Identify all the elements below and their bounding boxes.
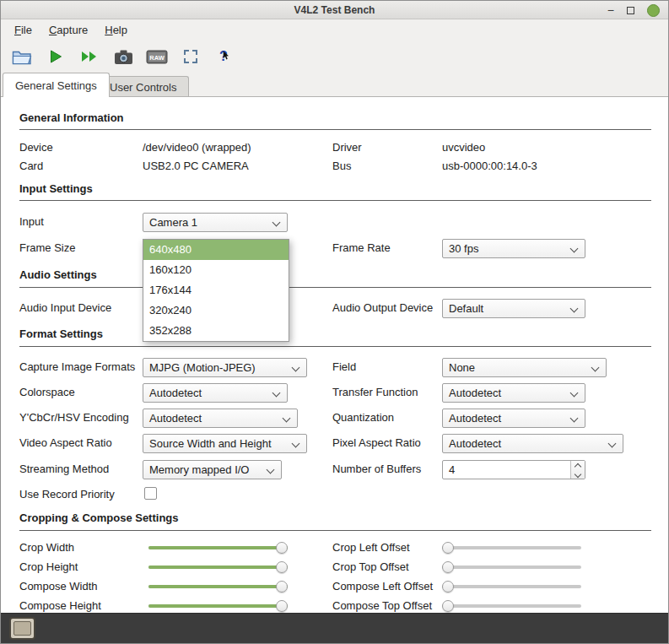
spinbox-buttons: [570, 461, 585, 479]
slider-knob[interactable]: [442, 581, 454, 593]
tabbar: General Settings User Controls: [1, 73, 668, 97]
close-button[interactable]: [647, 4, 660, 17]
compose-width-slider[interactable]: [148, 580, 288, 593]
slider-knob[interactable]: [276, 600, 288, 612]
card-label: Card: [19, 160, 43, 173]
crop-left-offset-slider[interactable]: [442, 541, 581, 555]
dropdown-option-176x144[interactable]: 176x144: [143, 280, 289, 300]
menu-capture[interactable]: Capture: [42, 21, 94, 39]
slider-knob[interactable]: [276, 542, 288, 554]
whats-this-button[interactable]: ?: [210, 43, 239, 70]
app-window: V4L2 Test Bench − File Capture Help: [0, 0, 669, 644]
pixel-aspect-ratio-label: Pixel Aspect Ratio: [332, 436, 421, 450]
slider-track: [148, 546, 288, 549]
pixel-aspect-ratio-combobox[interactable]: Autodetect: [442, 434, 623, 453]
audio-input-device-label: Audio Input Device: [19, 301, 111, 315]
dropdown-option-320x240[interactable]: 320x240: [143, 300, 289, 321]
frame-rate-combobox-value: 30 fps: [449, 242, 478, 255]
restore-button[interactable]: [627, 7, 634, 14]
app-taskbar-icon[interactable]: [9, 617, 35, 640]
video-aspect-ratio-combobox[interactable]: Source Width and Height: [143, 434, 307, 453]
start-capture-button[interactable]: [41, 43, 70, 70]
bus-value: usb-0000:00:14.0-3: [442, 160, 537, 173]
step-play-icon: [80, 49, 99, 64]
capture-image-formats-label: Capture Image Formats: [19, 360, 135, 374]
compose-height-label: Compose Height: [19, 599, 101, 613]
step-capture-button[interactable]: [75, 43, 104, 70]
dropdown-option-640x480[interactable]: 640x480: [143, 240, 289, 260]
compose-height-slider[interactable]: [148, 599, 288, 613]
save-raw-button[interactable]: RAW: [143, 43, 171, 70]
menu-file[interactable]: File: [8, 21, 39, 39]
driver-label: Driver: [332, 141, 362, 154]
colorspace-combobox[interactable]: Autodetect: [143, 383, 288, 403]
capture-image-formats-combobox[interactable]: MJPG (Motion-JPEG): [143, 358, 307, 377]
minimize-button[interactable]: −: [607, 2, 614, 19]
transfer-function-combobox[interactable]: Autodetect: [442, 383, 585, 403]
input-combobox-value: Camera 1: [149, 216, 197, 229]
driver-value: uvcvideo: [442, 141, 485, 154]
slider-knob[interactable]: [276, 581, 288, 593]
general-settings-panel: General Information Device /dev/video0 (…: [1, 97, 668, 614]
compose-left-offset-slider[interactable]: [442, 580, 581, 593]
input-label: Input: [19, 215, 44, 229]
ycbcr-encoding-combobox[interactable]: Autodetect: [143, 409, 298, 428]
spin-down-icon[interactable]: [571, 470, 585, 479]
frame-rate-combobox[interactable]: 30 fps: [442, 239, 585, 258]
use-record-priority-checkbox[interactable]: [144, 487, 157, 500]
crop-height-slider[interactable]: [148, 560, 288, 574]
colorspace-combobox-value: Autodetect: [149, 387, 202, 399]
tab-user-controls[interactable]: User Controls: [97, 76, 189, 97]
open-file-button[interactable]: [8, 43, 36, 70]
compose-width-label: Compose Width: [19, 580, 97, 593]
section-divider: [19, 200, 651, 201]
slider-track: [148, 585, 288, 588]
slider-knob[interactable]: [442, 561, 454, 573]
quantization-combobox[interactable]: Autodetect: [442, 409, 585, 428]
section-divider: [19, 530, 651, 531]
titlebar[interactable]: V4L2 Test Bench −: [1, 1, 668, 19]
number-of-buffers-spinbox[interactable]: 4: [442, 460, 585, 479]
open-folder-icon: [12, 49, 32, 65]
snapshot-button[interactable]: [109, 43, 138, 70]
compose-top-offset-slider[interactable]: [442, 599, 581, 613]
input-combobox[interactable]: Camera 1: [143, 213, 288, 232]
use-record-priority-label: Use Record Priority: [19, 488, 115, 501]
slider-track: [148, 604, 288, 608]
slider-knob[interactable]: [276, 561, 288, 573]
camera-icon: [114, 49, 133, 65]
crop-top-offset-label: Crop Top Offset: [332, 560, 409, 574]
crop-width-label: Crop Width: [19, 541, 74, 555]
compose-left-offset-label: Compose Left Offset: [332, 580, 433, 593]
dropdown-option-160x120[interactable]: 160x120: [143, 260, 289, 280]
fullscreen-button[interactable]: [176, 43, 205, 70]
camera-screen-icon: [13, 621, 31, 636]
number-of-buffers-label: Number of Buffers: [332, 463, 421, 476]
audio-output-combobox[interactable]: Default: [442, 299, 585, 318]
number-of-buffers-value: 4: [449, 463, 455, 476]
taskbar: [1, 613, 668, 643]
audio-output-device-label: Audio Output Device: [332, 301, 433, 315]
crop-left-offset-label: Crop Left Offset: [332, 541, 410, 555]
frame-rate-label: Frame Rate: [332, 241, 391, 255]
slider-track: [442, 585, 581, 588]
tab-general-settings[interactable]: General Settings: [3, 73, 110, 97]
capture-image-formats-value: MJPG (Motion-JPEG): [149, 361, 256, 374]
slider-knob[interactable]: [442, 600, 454, 612]
streaming-method-combobox-value: Memory mapped I/O: [149, 463, 250, 476]
menu-help[interactable]: Help: [98, 21, 134, 39]
spin-up-icon[interactable]: [571, 461, 585, 470]
toolbar: RAW ?: [1, 41, 668, 73]
quantization-combobox-value: Autodetect: [449, 412, 501, 425]
field-combobox[interactable]: None: [442, 358, 607, 377]
dropdown-option-352x288[interactable]: 352x288: [143, 321, 289, 341]
slider-knob[interactable]: [442, 542, 454, 554]
device-label: Device: [19, 141, 53, 154]
frame-size-dropdown: 640x480 160x120 176x144 320x240 352x288: [143, 239, 289, 342]
crop-width-slider[interactable]: [148, 541, 288, 555]
window-title: V4L2 Test Bench: [294, 4, 375, 16]
section-header-cropping-compose: Cropping & Compose Settings: [19, 511, 179, 525]
crop-top-offset-slider[interactable]: [442, 560, 581, 574]
streaming-method-combobox[interactable]: Memory mapped I/O: [143, 460, 282, 479]
window-controls: −: [607, 1, 660, 19]
